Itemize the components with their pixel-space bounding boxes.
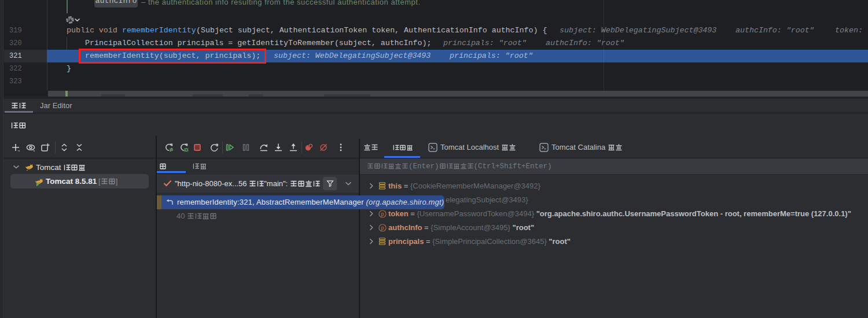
svg-text:p: p <box>381 211 384 217</box>
svg-text:p: p <box>381 225 384 231</box>
